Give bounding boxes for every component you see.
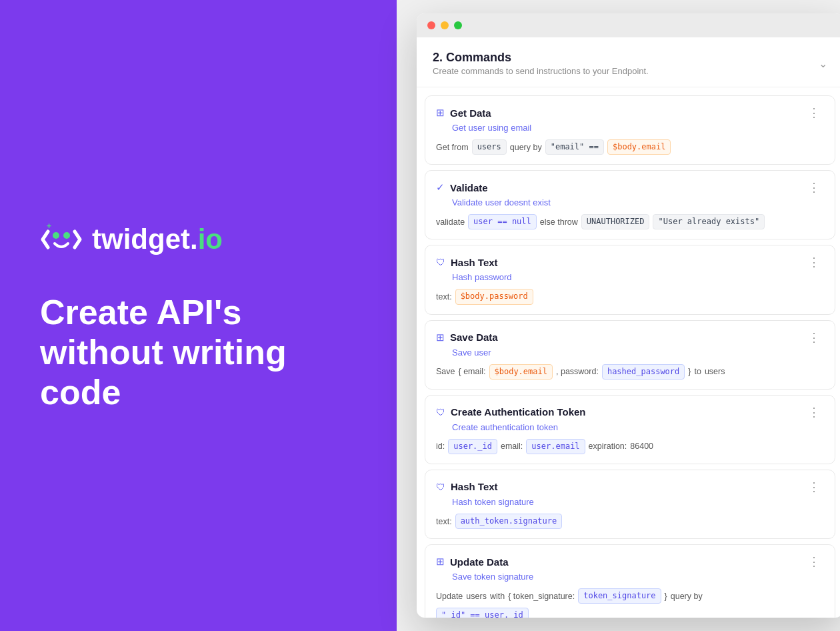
user-null-chip: user == null: [468, 214, 537, 229]
unauthorized-chip: UNAUTHORIZED: [581, 214, 650, 229]
command-header: ✓ Validate ⋮: [436, 180, 824, 195]
logo-text: twidget.io: [92, 223, 223, 255]
token-sig-chip: token_signature: [578, 588, 661, 604]
svg-point-0: [53, 232, 59, 239]
command-subtitle: Validate user doesnt exist: [436, 197, 824, 207]
shield-icon: 🛡: [436, 482, 445, 492]
hashed-password-chip: hashed_password: [602, 364, 685, 380]
command-title: Validate: [450, 182, 488, 193]
body-email-chip: $body.email: [489, 364, 553, 380]
more-options-btn[interactable]: ⋮: [804, 180, 824, 195]
mac-minimize-btn[interactable]: [441, 21, 449, 29]
command-card-auth-token: 🛡 Create Authentication Token ⋮ Create a…: [425, 395, 835, 464]
command-card-hash-password: 🛡 Hash Text ⋮ Hash password text: $body.…: [425, 245, 835, 314]
command-header: 🛡 Hash Text ⋮: [436, 480, 824, 494]
command-card-hash-token: 🛡 Hash Text ⋮ Hash token signature text:…: [425, 470, 835, 539]
user-exists-chip: "User already exists": [653, 214, 765, 229]
command-header: 🛡 Create Authentication Token ⋮: [436, 405, 824, 420]
command-body: validate user == null else throw UNAUTHO…: [436, 214, 824, 229]
section-title: 2. Commands: [433, 51, 649, 65]
mac-window: 2. Commands Create commands to send inst…: [417, 13, 840, 618]
logo-main: twidget.: [92, 223, 198, 255]
more-options-btn[interactable]: ⋮: [804, 255, 824, 269]
auth-token-sig-chip: auth_token.signature: [455, 514, 563, 529]
body-password-chip: $body.password: [455, 289, 533, 304]
command-header: ⊞ Save Data ⋮: [436, 330, 824, 345]
command-subtitle: Get user using email: [436, 123, 824, 133]
command-title: Update Data: [450, 556, 509, 568]
mac-maximize-btn[interactable]: [454, 21, 462, 29]
id-chip: "_id" == user._id: [436, 608, 529, 618]
command-subtitle: Hash token signature: [436, 497, 824, 507]
svg-text:+: +: [47, 221, 51, 231]
shield-icon: 🛡: [436, 257, 445, 267]
grid-icon: ⊞: [436, 556, 445, 568]
chevron-down-icon[interactable]: ⌄: [819, 57, 827, 70]
command-title: Hash Text: [451, 257, 498, 268]
body-email-chip: $body.email: [607, 139, 671, 155]
command-title-row: ⊞ Save Data: [436, 332, 498, 344]
logo-container: + twidget.io: [40, 218, 357, 261]
commands-list: ⊞ Get Data ⋮ Get user using email Get fr…: [417, 87, 840, 618]
command-body: text: auth_token.signature: [436, 514, 824, 529]
mac-close-btn[interactable]: [427, 21, 435, 29]
email-eq-chip: "email" ==: [545, 139, 604, 155]
user-id-chip: user._id: [448, 439, 497, 454]
more-options-btn[interactable]: ⋮: [804, 405, 824, 420]
command-title: Get Data: [450, 107, 491, 119]
command-card-update-data: ⊞ Update Data ⋮ Save token signature Upd…: [425, 544, 835, 618]
more-options-btn[interactable]: ⋮: [804, 554, 824, 569]
command-body: Get from users query by "email" == $body…: [436, 139, 824, 155]
logo-icon: +: [40, 218, 83, 261]
grid-icon: ⊞: [436, 332, 445, 344]
command-title-row: 🛡 Hash Text: [436, 481, 498, 492]
section-header: 2. Commands Create commands to send inst…: [417, 37, 840, 87]
command-title-row: ✓ Validate: [436, 181, 488, 193]
command-body: Save { email: $body.email , password: ha…: [436, 364, 824, 380]
window-content: 2. Commands Create commands to send inst…: [417, 37, 840, 618]
check-circle-icon: ✓: [436, 181, 445, 193]
command-title-row: ⊞ Get Data: [436, 107, 491, 119]
grid-icon: ⊞: [436, 107, 445, 119]
command-subtitle: Save user: [436, 348, 824, 358]
command-subtitle: Save token signature: [436, 572, 824, 582]
user-email-chip: user.email: [526, 439, 585, 454]
section-subtitle: Create commands to send instructions to …: [433, 66, 649, 76]
more-options-btn[interactable]: ⋮: [804, 105, 824, 120]
command-body: Update users with { token_signature: tok…: [436, 588, 824, 604]
command-body: id: user._id email: user.email expiratio…: [436, 439, 824, 454]
command-subtitle: Create authentication token: [436, 422, 824, 432]
command-card-save-data: ⊞ Save Data ⋮ Save user Save { email: $b…: [425, 320, 835, 390]
command-card-validate: ✓ Validate ⋮ Validate user doesnt exist …: [425, 170, 835, 239]
logo-accent: io: [198, 223, 223, 255]
command-title: Hash Text: [451, 481, 498, 492]
left-panel: + twidget.io Create API's without writin…: [0, 0, 397, 631]
command-title-row: 🛡 Hash Text: [436, 257, 498, 268]
right-panel: 2. Commands Create commands to send inst…: [397, 0, 840, 631]
command-card-get-data: ⊞ Get Data ⋮ Get user using email Get fr…: [425, 95, 835, 165]
users-chip: users: [472, 139, 507, 155]
command-title: Create Authentication Token: [451, 406, 586, 418]
command-subtitle: Hash password: [436, 272, 824, 282]
command-title-row: 🛡 Create Authentication Token: [436, 406, 586, 418]
shield-icon: 🛡: [436, 407, 445, 418]
more-options-btn[interactable]: ⋮: [804, 480, 824, 494]
command-title-row: ⊞ Update Data: [436, 556, 509, 568]
more-options-btn[interactable]: ⋮: [804, 330, 824, 345]
command-header: ⊞ Get Data ⋮: [436, 105, 824, 120]
tagline: Create API's without writing code: [40, 293, 357, 412]
command-title: Save Data: [450, 332, 498, 343]
mac-titlebar: [417, 13, 840, 37]
svg-point-1: [63, 232, 70, 239]
command-body: text: $body.password: [436, 289, 824, 304]
command-header: 🛡 Hash Text ⋮: [436, 255, 824, 269]
command-header: ⊞ Update Data ⋮: [436, 554, 824, 569]
command-body-line2: "_id" == user._id: [436, 608, 824, 618]
